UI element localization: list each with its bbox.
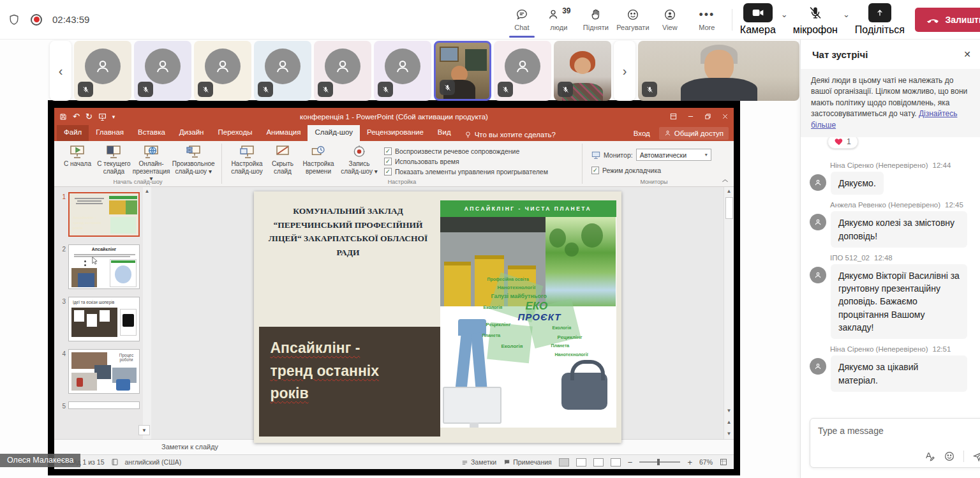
zoom-out-icon[interactable]: − — [628, 458, 633, 467]
filmstrip-prev-button[interactable]: ‹ — [50, 41, 71, 101]
narration-checkbox[interactable]: ✓Воспроизвести речевое сопровождение — [384, 147, 548, 155]
leave-button[interactable]: Залишти — [915, 8, 980, 32]
tab-animations[interactable]: Анимация — [259, 125, 308, 141]
slide-scrollbar[interactable]: ▲ ▼ ▲ ▼ — [724, 187, 734, 439]
sign-in-button[interactable]: Вход — [634, 130, 650, 137]
presenter-view-checkbox[interactable]: ✓Режим докладчика — [591, 167, 711, 174]
tab-insert[interactable]: Вставка — [131, 125, 172, 141]
slide-thumbnail-1[interactable]: 1 Апсайклінг - тренд останніх — [56, 192, 141, 237]
slide-1[interactable]: КОМУНАЛЬНИЙ ЗАКЛАД “ПЕРЕЧИНСЬКИЙ ПРОФЕСІ… — [254, 191, 621, 443]
slide-thumbnail-2[interactable]: 2 Апсайклінг — [56, 244, 141, 289]
scroll-down-icon[interactable]: ▼ — [138, 425, 150, 435]
normal-view-button[interactable] — [559, 458, 569, 467]
format-icon[interactable] — [924, 451, 935, 462]
record-slideshow-button[interactable]: Запись слайд-шоу ▾ — [338, 144, 380, 175]
filmstrip-next-button[interactable]: › — [614, 41, 635, 101]
slide-sorter-view-button[interactable] — [576, 458, 586, 467]
message-bubble[interactable]: Дякуємо. — [831, 172, 884, 195]
more-button[interactable]: ••• More — [688, 2, 725, 38]
tab-view[interactable]: Вид — [431, 125, 458, 141]
participant-tile[interactable] — [314, 41, 371, 101]
participant-tile[interactable] — [494, 41, 551, 101]
custom-slideshow-button[interactable]: Произвольное слайд-шоу ▾ — [170, 144, 216, 175]
people-button[interactable]: 39 люди — [540, 2, 577, 38]
scroll-up-icon[interactable]: ▲ — [724, 188, 734, 194]
from-start-button[interactable]: С начала — [59, 144, 96, 168]
raise-hand-button[interactable]: Підняти — [577, 2, 614, 38]
participant-tile[interactable] — [194, 41, 251, 101]
previous-slide-icon[interactable]: ▲ — [724, 419, 734, 425]
zoom-slider[interactable] — [639, 461, 680, 463]
minimize-icon[interactable] — [687, 113, 694, 120]
participant-tile[interactable] — [254, 41, 311, 101]
media-controls-checkbox[interactable]: ✓Показать элементы управления проигрыват… — [384, 168, 548, 176]
message-bubble[interactable]: Дякуємо Вікторії Василівні за грунтовну … — [831, 264, 967, 339]
start-slideshow-icon[interactable] — [98, 113, 107, 121]
emoji-icon[interactable] — [944, 451, 955, 462]
participant-video-tile-active[interactable] — [434, 41, 491, 101]
collapse-ribbon-icon[interactable] — [722, 178, 729, 183]
reading-view-button[interactable] — [593, 458, 604, 467]
group-label: Мониторы — [584, 179, 724, 185]
message-bubble[interactable]: Дякуємо за цікавий матеріал. — [831, 355, 967, 392]
chat-message-list[interactable]: 1 Ніна Сіренко (Неперевірено)12:44 Дякує… — [801, 137, 980, 412]
save-icon[interactable] — [59, 113, 67, 121]
mic-chevron-icon[interactable]: ⌄ — [843, 10, 850, 19]
online-presentation-button[interactable]: Онлайн-презентация ▾ — [132, 144, 171, 183]
redo-icon[interactable]: ↻ — [85, 112, 93, 121]
tab-review[interactable]: Рецензирование — [360, 125, 431, 141]
chat-input-box[interactable] — [810, 418, 980, 468]
ppt-share-button[interactable]: Общий доступ — [659, 127, 729, 140]
tab-design[interactable]: Дизайн — [172, 125, 211, 141]
mic-button[interactable] — [801, 3, 830, 22]
message-bubble[interactable]: Дякуємо колезі за змістовну доповідь! — [831, 211, 967, 248]
tab-home[interactable]: Главная — [89, 125, 131, 141]
tell-me-box[interactable]: Что вы хотите сделать? — [458, 125, 562, 141]
group-label: Настройка — [223, 179, 581, 185]
view-button[interactable]: View — [651, 2, 688, 38]
undo-icon[interactable]: ↶ — [73, 112, 80, 121]
camera-button[interactable] — [743, 3, 773, 22]
scroll-down-icon[interactable]: ▼ — [724, 408, 734, 414]
camera-chevron-icon[interactable]: ⌄ — [781, 10, 788, 19]
restore-icon[interactable] — [704, 113, 711, 120]
zoom-level[interactable]: 67% — [699, 458, 713, 466]
thumbnail-scrollbar[interactable]: ▲ — [143, 187, 151, 439]
chat-message-input[interactable] — [818, 426, 965, 436]
participant-video-tile[interactable] — [554, 41, 611, 101]
setup-slideshow-button[interactable]: Настройка слайд-шоу — [227, 144, 267, 175]
monitor-dropdown[interactable]: Автоматически▾ — [636, 149, 711, 161]
from-current-button[interactable]: С текущего слайда — [96, 144, 132, 175]
participant-tile[interactable] — [74, 41, 131, 101]
chat-button[interactable]: Chat — [503, 2, 540, 38]
tab-transitions[interactable]: Переходы — [211, 125, 259, 141]
fit-slide-icon[interactable] — [720, 458, 727, 466]
participant-video-tile-large[interactable] — [638, 41, 799, 101]
ribbon-options-icon[interactable] — [670, 113, 677, 120]
slide-thumbnail-3[interactable]: 3 Ідеї та ескізи шоперів — [56, 297, 141, 341]
tab-slideshow[interactable]: Слайд-шоу — [308, 125, 360, 141]
participant-tile[interactable] — [374, 41, 431, 101]
comments-toggle[interactable]: Примечания — [503, 458, 552, 466]
rehearse-timings-button[interactable]: Настройка времени — [299, 144, 338, 175]
notes-toggle[interactable]: Заметки — [461, 458, 496, 466]
timings-checkbox[interactable]: ✓Использовать время — [384, 158, 548, 165]
slideshow-view-button[interactable] — [611, 458, 621, 467]
close-icon[interactable] — [722, 113, 729, 120]
slide-thumbnail-5[interactable]: 5 — [56, 401, 141, 410]
hide-slide-button[interactable]: Скрыть слайд — [267, 144, 299, 175]
participant-tile[interactable] — [134, 41, 191, 101]
qat-customize-icon[interactable]: ▾ — [112, 114, 115, 120]
react-button[interactable]: Реагувати — [614, 2, 651, 38]
zoom-in-icon[interactable]: + — [687, 458, 692, 467]
send-icon[interactable] — [972, 451, 980, 462]
language-indicator[interactable]: английский (США) — [125, 458, 182, 466]
slide-thumbnail-4[interactable]: 4 Процес роботи — [56, 349, 141, 394]
next-slide-icon[interactable]: ▼ — [724, 431, 734, 437]
close-icon[interactable]: ✕ — [963, 49, 971, 59]
scrollbar-thumb[interactable] — [725, 197, 733, 219]
reaction-badge[interactable]: 1 — [828, 137, 858, 149]
scroll-up-icon[interactable]: ▲ — [143, 187, 151, 196]
share-button[interactable] — [868, 3, 891, 22]
tab-file[interactable]: Файл — [57, 125, 89, 141]
